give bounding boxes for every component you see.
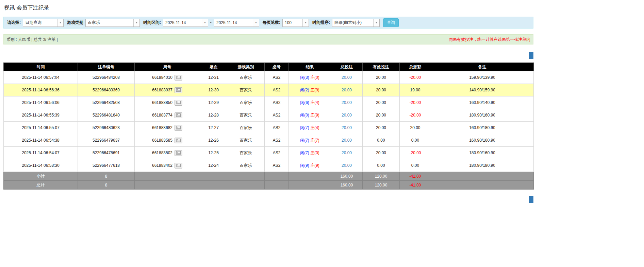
column-header: 注单编号 xyxy=(78,63,135,71)
total-bet-link[interactable]: 20.00 xyxy=(342,150,352,155)
query-type-combobox: ▼ xyxy=(23,19,64,27)
cell-round-id: 661883502 xyxy=(135,147,200,159)
total-bet-link[interactable]: 20.00 xyxy=(342,88,352,92)
video-replay-button[interactable] xyxy=(175,87,182,93)
round-number: 661884010 xyxy=(152,75,172,79)
cell-game-type: 百家乐 xyxy=(227,109,265,122)
cell-session: 12-26 xyxy=(200,134,227,147)
table-row: 2025-11-14 06:56:36522966483369661883937… xyxy=(4,84,534,96)
chevron-down-icon[interactable]: ▼ xyxy=(133,19,139,26)
cell-result: 闲(3) 庄(0) xyxy=(289,71,331,84)
video-replay-button[interactable] xyxy=(175,163,182,168)
cell-payout: 0.00 xyxy=(400,159,431,172)
total-bet-link[interactable]: 20.00 xyxy=(342,75,352,80)
video-replay-icon xyxy=(176,126,181,129)
cell-payout: 19.00 xyxy=(400,84,431,96)
footer-empty-cell xyxy=(200,172,227,181)
round-number: 661883850 xyxy=(152,100,172,105)
video-replay-icon xyxy=(176,101,181,104)
table-toolbar-bottom xyxy=(3,196,533,203)
video-replay-icon xyxy=(176,113,181,117)
cell-time: 2025-11-14 06:56:06 xyxy=(4,96,78,109)
table-body: 2025-11-14 06:57:04522966484208661884010… xyxy=(4,71,534,172)
cell-round-id: 661883937 xyxy=(135,84,200,96)
round-number: 661883502 xyxy=(152,150,172,155)
result-banker: 庄(4) xyxy=(310,125,319,130)
table-row: 2025-11-14 06:54:38522966479637661883585… xyxy=(4,134,534,147)
total-bet-link[interactable]: 20.00 xyxy=(342,100,352,105)
column-header: 游戏类别 xyxy=(227,63,265,71)
date-to-input[interactable] xyxy=(214,19,253,26)
total-bet-link[interactable]: 20.00 xyxy=(342,138,352,143)
chevron-down-icon[interactable]: ▼ xyxy=(202,19,208,26)
cell-round-id: 661884010 xyxy=(135,71,200,84)
search-button[interactable]: 查询 xyxy=(383,18,399,27)
video-replay-button[interactable] xyxy=(175,75,182,81)
bet-records-table: 时间注单编号局号场次游戏类别桌号结果总投注有效投注总派彩备注 2025-11-1… xyxy=(3,63,534,190)
column-header: 结果 xyxy=(289,63,331,71)
table-corner-button-top[interactable] xyxy=(529,52,533,59)
cell-session: 12-31 xyxy=(200,71,227,84)
footer-total-bet: 160.00 xyxy=(331,181,363,190)
cell-total-bet: 20.00 xyxy=(331,96,363,109)
cell-table-number: AS2 xyxy=(265,134,289,147)
result-player: 闲(7) xyxy=(300,138,309,143)
grand-total-row: 总计8160.00120.00-41.00 xyxy=(4,181,534,190)
page-size-input[interactable] xyxy=(283,19,302,26)
column-header: 时间 xyxy=(4,63,78,71)
chevron-down-icon[interactable]: ▼ xyxy=(253,19,259,26)
video-replay-button[interactable] xyxy=(175,100,182,106)
total-bet-link[interactable]: 20.00 xyxy=(342,113,352,118)
game-type-label: 游戏类别 xyxy=(67,20,83,25)
video-replay-button[interactable] xyxy=(175,112,182,118)
video-replay-button[interactable] xyxy=(175,125,182,131)
filter-bar: 请选择: ▼ 游戏类别 ▼ 时间区间: ▼ ~ ▼ 每页笔数: ▼ 时间排序: … xyxy=(3,17,533,29)
summary-bar: 币别 : 人民币 | 总共 :8 注单 | 同局有效投注，统一计算在该局第一张注… xyxy=(3,34,533,44)
round-number: 661883682 xyxy=(152,125,172,130)
date-to-combobox: ▼ xyxy=(214,19,259,27)
footer-empty-cell xyxy=(135,172,200,181)
footer-empty-cell xyxy=(289,172,331,181)
cell-valid-bet: 20.00 xyxy=(363,147,400,159)
footer-count: 8 xyxy=(78,181,135,190)
cell-total-bet: 20.00 xyxy=(331,122,363,134)
cell-table-number: AS2 xyxy=(265,84,289,96)
query-type-input[interactable] xyxy=(23,19,57,26)
cell-valid-bet: 0.00 xyxy=(363,159,400,172)
cell-table-number: AS2 xyxy=(265,159,289,172)
round-number: 661883937 xyxy=(152,87,172,92)
result-player: 闲(2) xyxy=(300,88,309,92)
date-from-input[interactable] xyxy=(163,19,202,26)
total-bet-link[interactable]: 20.00 xyxy=(342,163,352,168)
chevron-down-icon[interactable]: ▼ xyxy=(373,19,379,26)
result-player: 闲(3) xyxy=(300,75,309,80)
cell-bet-id: 522966479637 xyxy=(78,134,135,147)
total-bet-link[interactable]: 20.00 xyxy=(342,125,352,130)
footer-empty-cell xyxy=(135,181,200,190)
column-header: 有效投注 xyxy=(363,63,400,71)
chevron-down-icon[interactable]: ▼ xyxy=(57,19,63,26)
cell-valid-bet: 20.00 xyxy=(363,84,400,96)
cell-valid-bet: 0.00 xyxy=(363,134,400,147)
time-sort-input[interactable] xyxy=(332,19,373,26)
cell-payout: -20.00 xyxy=(400,71,431,84)
result-banker: 庄(7) xyxy=(310,138,319,143)
chevron-down-icon[interactable]: ▼ xyxy=(302,19,309,26)
cell-remark: 140.90/159.90 xyxy=(431,84,534,96)
cell-session: 12-25 xyxy=(200,147,227,159)
cell-bet-id: 522966478691 xyxy=(78,147,135,159)
cell-total-bet: 20.00 xyxy=(331,109,363,122)
video-replay-button[interactable] xyxy=(175,150,182,156)
table-header-row: 时间注单编号局号场次游戏类别桌号结果总投注有效投注总派彩备注 xyxy=(4,63,534,71)
date-from-combobox: ▼ xyxy=(163,19,208,27)
video-replay-icon xyxy=(176,164,181,167)
cell-total-bet: 20.00 xyxy=(331,159,363,172)
time-sort-label: 时间排序: xyxy=(312,20,330,25)
table-row: 2025-11-14 06:55:07522966480623661883682… xyxy=(4,122,534,134)
game-type-input[interactable] xyxy=(86,19,133,26)
cell-game-type: 百家乐 xyxy=(227,159,265,172)
video-replay-button[interactable] xyxy=(175,138,182,143)
cell-bet-id: 522966480623 xyxy=(78,122,135,134)
footer-label: 小计 xyxy=(4,172,78,181)
table-corner-button-bottom[interactable] xyxy=(529,196,533,203)
